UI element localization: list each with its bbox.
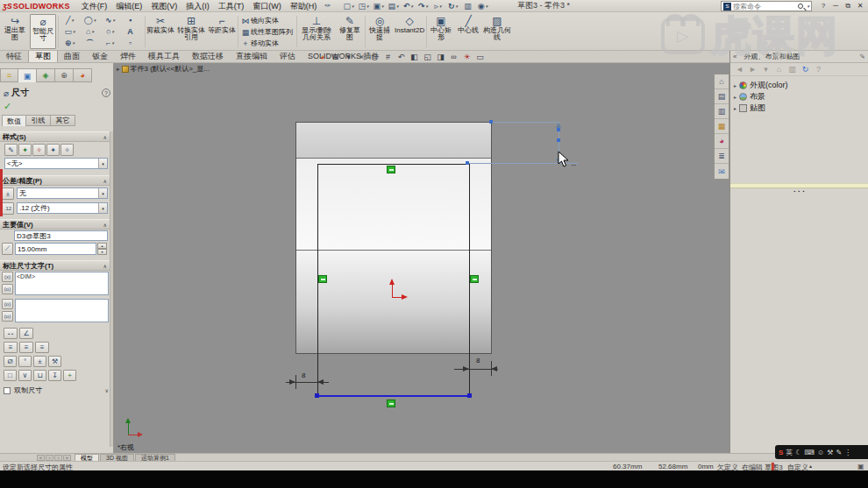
search-icon[interactable] — [798, 4, 803, 9]
spin-down-icon[interactable]: ▾ — [97, 249, 107, 255]
dimension-value[interactable]: 8 — [476, 357, 480, 364]
forum-tab[interactable]: ✉ — [715, 164, 729, 179]
trim-entities-button[interactable]: ✂ 剪裁实体 — [146, 14, 174, 49]
tab-value[interactable]: 数值 — [2, 115, 26, 126]
dim-text-symbol-button[interactable]: (x) — [2, 272, 13, 282]
part-face-bottom-band[interactable] — [296, 250, 491, 353]
repair-sketch-button[interactable]: ✎ 修复草图 — [337, 14, 363, 49]
redo-button[interactable]: ↷▾ — [416, 2, 430, 11]
relation-badge-on-edge[interactable] — [318, 275, 327, 283]
depth-symbol-button[interactable]: ↧ — [48, 370, 61, 381]
add-symbol-button[interactable]: + — [63, 370, 76, 381]
collapse-icon[interactable]: « — [733, 53, 736, 60]
dimension-value-input[interactable] — [15, 243, 96, 255]
linear-sketch-pattern-button[interactable]: ▦线性草图阵列 — [240, 26, 295, 38]
tab-panel-icon[interactable]: ▣ — [857, 463, 864, 470]
apply-scene-icon[interactable]: ◕ — [317, 53, 327, 61]
justify-left-button[interactable]: ≡ — [4, 342, 18, 353]
apply-default-style-button[interactable]: ✎ — [4, 144, 18, 156]
menu-help[interactable]: 帮助(H) — [286, 0, 322, 12]
menu-view[interactable]: 视图(V) — [146, 0, 181, 12]
configurationmanager-tab[interactable]: ◈ — [37, 68, 55, 82]
offset-entities-button[interactable]: ⌐ 等距实体 — [208, 14, 236, 49]
back-icon[interactable]: ◄ — [734, 65, 745, 74]
view-orientation-icon[interactable]: ◱ — [423, 53, 432, 61]
add-style-button[interactable]: ✦ — [18, 144, 32, 156]
menu-insert[interactable]: 插入(I) — [181, 0, 214, 12]
tab-features[interactable]: 特征 — [0, 51, 28, 62]
chamfer-tool-button[interactable]: ▫ — [120, 37, 140, 48]
featuremanager-tab[interactable]: ≡ — [0, 68, 18, 82]
part-face-top-band[interactable] — [296, 123, 491, 158]
dimension-value[interactable]: 8 — [302, 371, 305, 379]
justify-right-button[interactable]: ≡ — [35, 342, 49, 353]
tab-weldments[interactable]: 焊件 — [114, 51, 142, 62]
menu-file[interactable]: 文件(F) — [77, 0, 112, 12]
expand-icon[interactable]: ▸ — [734, 82, 736, 88]
hide-show-items-icon[interactable]: ∞ — [449, 53, 459, 61]
tree-item-scenes[interactable]: ▸ 布景 — [730, 91, 868, 103]
spline-tool-button[interactable]: ∿▾ — [100, 14, 120, 25]
solidworks-tray-icon[interactable]: S — [779, 449, 783, 456]
dimension-handle[interactable] — [466, 161, 469, 165]
justify-center-button[interactable]: ≡ — [19, 342, 33, 353]
degree-symbol-button[interactable]: ° — [18, 356, 32, 367]
menu-tools[interactable]: 工具(T) — [214, 0, 249, 12]
user-icon[interactable]: ☺ — [817, 449, 824, 456]
convert-entities-button[interactable]: ⊞ 转换实体引用 — [176, 14, 206, 49]
diameter-symbol-button[interactable]: Ø — [4, 356, 17, 367]
sketch-endpoint[interactable] — [315, 393, 319, 398]
history-dropdown-icon[interactable]: ▾ — [760, 65, 772, 74]
tab-leaders[interactable]: 引线 — [26, 115, 51, 126]
sync-icon[interactable]: ↻ — [800, 65, 811, 74]
new-button[interactable]: ▢▾ — [341, 2, 356, 11]
next-tab-button[interactable]: › — [54, 455, 62, 461]
tab-mold-tools[interactable]: 模具工具 — [142, 51, 186, 62]
ime-language-icon[interactable]: 英 — [786, 448, 793, 457]
keyboard-icon[interactable]: ⌨ — [805, 449, 815, 456]
display-delete-relations-button[interactable]: ⊥ 显示/删除几何关系 — [298, 14, 335, 49]
ok-check-button[interactable]: ✓ — [4, 101, 11, 112]
tree-item-appearances[interactable]: ▸ 外观(color) — [730, 80, 868, 91]
tab-sheet-metal[interactable]: 钣金 — [86, 51, 114, 62]
section-dimension-text[interactable]: 标注尺寸文字(T) ∧ — [0, 260, 110, 271]
pin-icon[interactable]: ✑ — [857, 52, 867, 61]
sketch-line-top[interactable] — [317, 164, 470, 165]
display-style-icon[interactable]: ◨ — [436, 53, 445, 61]
dimension-name-input[interactable] — [14, 230, 108, 241]
prev-tab-button[interactable]: ‹ — [46, 455, 53, 461]
construction-geometry-button[interactable]: ▨ 构造几何线 — [482, 14, 512, 49]
home-icon[interactable]: ⌂ — [773, 65, 785, 74]
solidworks-resources-tab[interactable]: ⌂ — [715, 74, 729, 89]
plus-minus-symbol-button[interactable]: ± — [33, 356, 46, 367]
restore-button[interactable]: ⧉ — [842, 0, 854, 12]
tab-direct-editing[interactable]: 直接编辑 — [230, 51, 274, 62]
open-button[interactable]: ◳▾ — [356, 2, 371, 11]
point-tool-button[interactable]: ▪ — [120, 14, 140, 25]
text-tool-button[interactable]: A — [120, 25, 140, 37]
appearances-tab[interactable]: ◕ — [715, 134, 729, 149]
spin-up-icon[interactable]: ▴ — [97, 243, 107, 249]
help-button[interactable]: ? — [817, 0, 829, 12]
dimension-handle[interactable] — [489, 120, 493, 124]
center-rectangle-button[interactable]: ▣ 中心矩形 — [428, 14, 454, 49]
pin-icon[interactable]: ▾ — [344, 53, 353, 61]
section-style[interactable]: 样式(S) ∧ — [0, 131, 110, 142]
previous-view-icon[interactable]: ↶ — [396, 53, 406, 61]
menu-window[interactable]: 窗口(W) — [248, 0, 286, 12]
sketch-endpoint[interactable] — [467, 393, 472, 398]
close-button[interactable]: ✕ — [854, 0, 866, 12]
custom-properties-tab[interactable]: ≣ — [715, 149, 729, 164]
zoom-area-icon[interactable]: # — [383, 53, 393, 61]
quick-snaps-button[interactable]: ◎ 快速捕捉 — [366, 14, 393, 49]
more-symbols-button[interactable]: ⚒ — [48, 356, 61, 367]
minimize-button[interactable]: ─ — [829, 0, 842, 12]
displaymanager-tab[interactable]: ◕ — [74, 68, 92, 82]
fillet-tool-button[interactable]: ⌐▾ — [100, 37, 120, 48]
mirror-entities-button[interactable]: ⋈镜向实体 — [240, 15, 295, 26]
comment-icon[interactable]: ⊞ — [331, 53, 340, 61]
first-tab-button[interactable]: « — [37, 455, 45, 461]
section-tolerance[interactable]: 公差/精度(P) ∧ — [0, 175, 110, 186]
save-button[interactable]: ▣▾ — [371, 2, 386, 11]
more-icon[interactable]: ⋮ — [844, 449, 851, 456]
